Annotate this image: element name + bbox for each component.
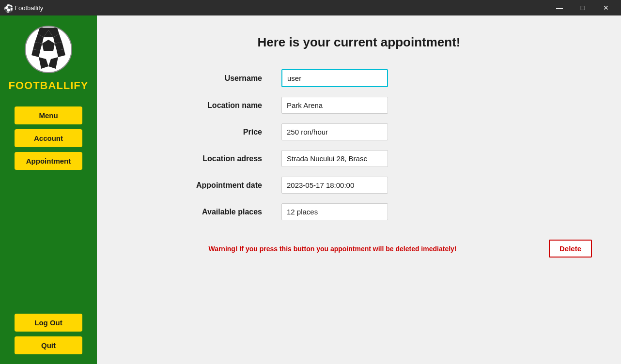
appointment-button[interactable]: Appointment [15,152,82,170]
sidebar: FOOTBALLIFY Menu Account Appointment Log… [0,15,97,364]
page-title: Here is your current appointment! [126,35,592,50]
field-input-3[interactable] [281,150,388,167]
nav-buttons: Menu Account Appointment [15,106,82,170]
field-label-2: Price [165,128,262,136]
form-row: Location adress [165,150,553,167]
field-label-0: Username [165,74,262,83]
title-bar: ⚽ Footballify — □ ✕ [0,0,621,15]
quit-button[interactable]: Quit [15,336,82,354]
warning-text: Warning! If you press this button you ap… [126,245,539,253]
field-label-3: Location adress [165,154,262,163]
field-input-5[interactable] [281,203,388,220]
field-label-4: Appointment date [165,181,262,190]
form-container: UsernameLocation namePriceLocation adres… [165,69,553,220]
main-content: Here is your current appointment! Userna… [97,15,621,364]
field-input-2[interactable] [281,123,388,140]
form-row: Appointment date [165,177,553,194]
logo-container: FOOTBALLIFY [9,25,89,92]
app-icon: ⚽ [4,4,12,12]
delete-button[interactable]: Delete [549,240,592,258]
form-row: Price [165,123,553,140]
app-container: FOOTBALLIFY Menu Account Appointment Log… [0,15,621,364]
minimize-button[interactable]: — [548,0,571,15]
field-label-1: Location name [165,101,262,110]
form-row: Location name [165,97,553,114]
soccer-ball-icon [24,25,73,74]
field-label-5: Available places [165,208,262,216]
title-bar-controls: — □ ✕ [548,0,617,15]
footer-section: Warning! If you press this button you ap… [126,235,592,258]
logout-button[interactable]: Log Out [15,314,82,332]
form-row: Username [165,69,553,87]
field-input-0[interactable] [281,69,388,87]
bottom-buttons: Log Out Quit [15,314,82,354]
maximize-button[interactable]: □ [572,0,594,15]
field-input-4[interactable] [281,177,388,194]
close-button[interactable]: ✕ [595,0,617,15]
field-input-1[interactable] [281,97,388,114]
app-name: FOOTBALLIFY [9,79,89,92]
menu-button[interactable]: Menu [15,106,82,124]
title-bar-text: Footballify [15,4,548,12]
form-row: Available places [165,203,553,220]
account-button[interactable]: Account [15,129,82,147]
